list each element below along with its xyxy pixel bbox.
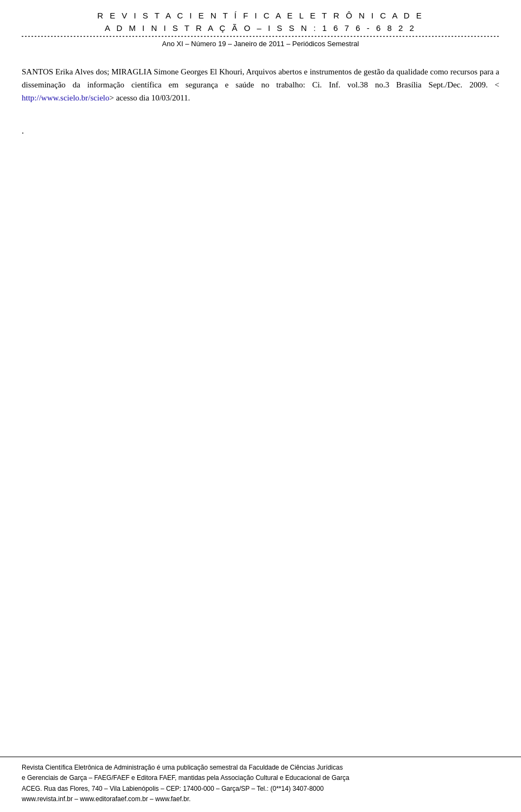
header: R E V I S T A C I E N T Í F I C A E L E … (22, 0, 499, 60)
header-title-line1: R E V I S T A C I E N T Í F I C A E L E … (22, 10, 499, 22)
header-subtitle: Ano XI – Número 19 – Janeiro de 2011 – P… (22, 40, 499, 48)
header-title-line2: A D M I N I S T R A Ç Ã O – I S S N : 1 … (22, 22, 499, 35)
reference-text-suffix: > acesso dia 10/03/2011. (110, 93, 190, 102)
page: R E V I S T A C I E N T Í F I C A E L E … (0, 0, 521, 812)
footer-line2: e Gerenciais de Garça – FAEG/FAEF e Edit… (22, 773, 499, 783)
footer-line4: www.revista.inf.br – www.editorafaef.com… (22, 794, 499, 804)
footer-line1: Revista Científica Eletrônica de Adminis… (22, 763, 499, 773)
header-divider (22, 36, 499, 37)
footer-line3: ACEG. Rua das Flores, 740 – Vila Labienó… (22, 784, 499, 794)
dot-separator: . (22, 126, 499, 136)
footer: Revista Científica Eletrônica de Adminis… (0, 757, 521, 812)
reference-link-prefix: < (495, 80, 499, 89)
reference-link[interactable]: http://www.scielo.br/scielo (22, 93, 110, 102)
reference-block: SANTOS Erika Alves dos; MIRAGLIA Simone … (22, 65, 499, 104)
reference-text-main: SANTOS Erika Alves dos; MIRAGLIA Simone … (22, 67, 499, 89)
main-content: SANTOS Erika Alves dos; MIRAGLIA Simone … (22, 60, 499, 812)
